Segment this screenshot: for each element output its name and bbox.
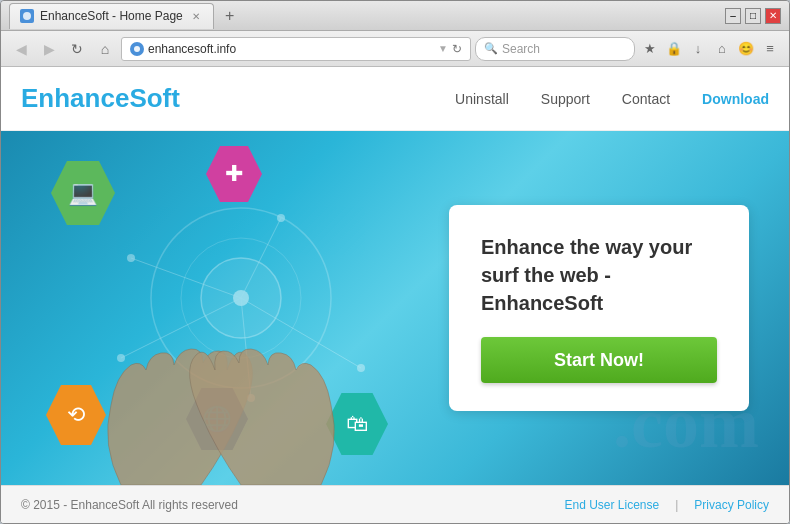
- search-icon: 🔍: [484, 42, 498, 55]
- search-placeholder: Search: [502, 42, 540, 56]
- privacy-link[interactable]: Privacy Policy: [694, 498, 769, 512]
- browser-content: EnhanceSoft Uninstall Support Contact Do…: [1, 67, 789, 523]
- site-logo: EnhanceSoft: [21, 83, 180, 114]
- address-dropdown-icon[interactable]: ▼: [438, 43, 448, 54]
- footer-links: End User License | Privacy Policy: [564, 498, 769, 512]
- cta-heading: Enhance the way your surf the web - Enha…: [481, 233, 717, 317]
- back-button[interactable]: ◀: [9, 37, 33, 61]
- download-icon[interactable]: ↓: [687, 38, 709, 60]
- start-now-button[interactable]: Start Now!: [481, 337, 717, 383]
- search-bar[interactable]: 🔍 Search: [475, 37, 635, 61]
- browser-window: EnhanceSoft - Home Page ✕ + – □ ✕ ◀ ▶ ↻ …: [0, 0, 790, 524]
- address-bar[interactable]: enhancesoft.info ▼ ↻: [121, 37, 471, 61]
- lock-icon[interactable]: 🔒: [663, 38, 685, 60]
- logo-text-2: Soft: [129, 83, 180, 113]
- navigation-bar: ◀ ▶ ↻ ⌂ enhancesoft.info ▼ ↻ 🔍 Search ★ …: [1, 31, 789, 67]
- refresh-button[interactable]: ↻: [65, 37, 89, 61]
- logo-text-1: Enhance: [21, 83, 129, 113]
- close-button[interactable]: ✕: [765, 8, 781, 24]
- new-tab-button[interactable]: +: [218, 4, 242, 28]
- footer-divider: |: [675, 498, 678, 512]
- title-bar: EnhanceSoft - Home Page ✕ + – □ ✕: [1, 1, 789, 31]
- svg-point-10: [127, 254, 135, 262]
- copyright-text: © 2015 - EnhanceSoft All rights reserved: [21, 498, 238, 512]
- minimize-button[interactable]: –: [725, 8, 741, 24]
- nav-contact[interactable]: Contact: [622, 91, 670, 107]
- tab-close-button[interactable]: ✕: [189, 9, 203, 23]
- forward-button[interactable]: ▶: [37, 37, 61, 61]
- browser-home-icon[interactable]: ⌂: [711, 38, 733, 60]
- eula-link[interactable]: End User License: [564, 498, 659, 512]
- cta-box: Enhance the way your surf the web - Enha…: [449, 205, 749, 411]
- globe-container: 💻 ✚ ⟲ 🌐 🛍: [31, 131, 451, 485]
- svg-point-11: [277, 214, 285, 222]
- hero-section: 💻 ✚ ⟲ 🌐 🛍 .com: [1, 131, 789, 485]
- site-footer: © 2015 - EnhanceSoft All rights reserved…: [1, 485, 789, 523]
- svg-point-1: [134, 46, 140, 52]
- home-button[interactable]: ⌂: [93, 37, 117, 61]
- bookmark-icon[interactable]: ★: [639, 38, 661, 60]
- url-text: enhancesoft.info: [148, 42, 434, 56]
- nav-uninstall[interactable]: Uninstall: [455, 91, 509, 107]
- site-security-icon: [130, 42, 144, 56]
- address-refresh-icon[interactable]: ↻: [452, 42, 462, 56]
- tab-favicon: [20, 9, 34, 23]
- nav-toolbar-icons: ★ 🔒 ↓ ⌂ 😊 ≡: [639, 38, 781, 60]
- nav-download[interactable]: Download: [702, 91, 769, 107]
- maximize-button[interactable]: □: [745, 8, 761, 24]
- user-icon[interactable]: 😊: [735, 38, 757, 60]
- active-tab[interactable]: EnhanceSoft - Home Page ✕: [9, 3, 214, 29]
- hands-illustration: [61, 285, 381, 485]
- tab-area: EnhanceSoft - Home Page ✕ +: [9, 1, 725, 30]
- svg-point-0: [23, 12, 31, 20]
- nav-support[interactable]: Support: [541, 91, 590, 107]
- menu-icon[interactable]: ≡: [759, 38, 781, 60]
- site-header: EnhanceSoft Uninstall Support Contact Do…: [1, 67, 789, 131]
- window-controls: – □ ✕: [725, 8, 781, 24]
- site-navigation: Uninstall Support Contact Download: [455, 91, 769, 107]
- tab-title: EnhanceSoft - Home Page: [40, 9, 183, 23]
